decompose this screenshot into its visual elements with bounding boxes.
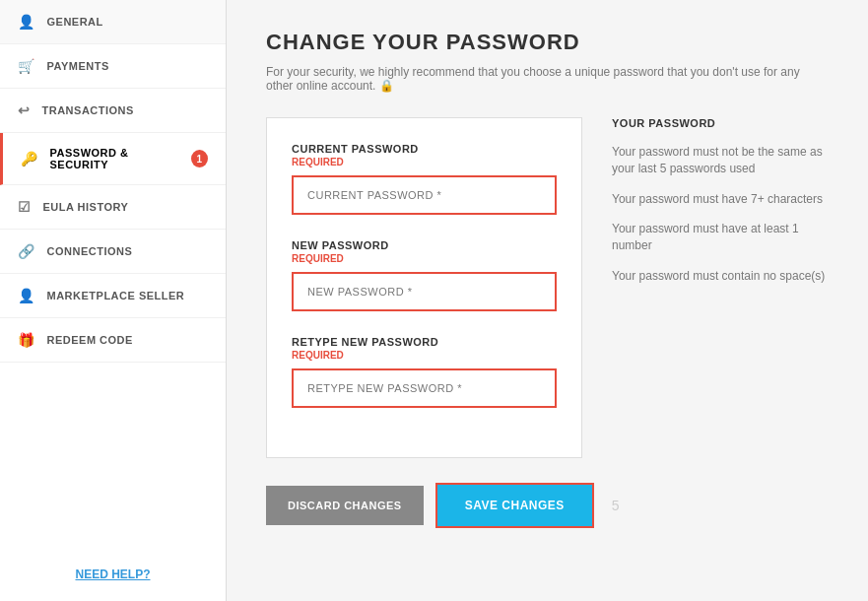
new-password-group: NEW PASSWORD REQUIRED	[292, 239, 557, 311]
sidebar-item-label: General	[47, 16, 103, 28]
retype-password-input[interactable]	[292, 368, 557, 408]
current-password-required: REQUIRED	[292, 157, 557, 167]
discard-button[interactable]: DISCARD CHANGES	[266, 486, 424, 525]
new-password-required: REQUIRED	[292, 253, 557, 264]
sidebar-item-connections[interactable]: 🔗 Connections	[0, 230, 226, 274]
payments-icon: 🛒	[18, 58, 35, 74]
sidebar-item-redeem-code[interactable]: 🎁 Redeem Code	[0, 318, 226, 363]
sidebar-item-label: Transactions	[42, 104, 134, 116]
sidebar: 👤 General 🛒 Payments ↩ Transactions 🔑 Pa…	[0, 0, 227, 601]
transactions-icon: ↩	[18, 102, 31, 118]
sidebar-badge: 1	[191, 150, 208, 167]
connections-icon: 🔗	[18, 243, 35, 259]
password-rule-1: Your password must not be the same as yo…	[612, 144, 829, 177]
need-help-link[interactable]: NEED HELP?	[0, 548, 226, 601]
sidebar-item-payments[interactable]: 🛒 Payments	[0, 44, 226, 89]
current-password-label: CURRENT PASSWORD	[292, 143, 557, 155]
sidebar-item-label: Payments	[47, 60, 109, 72]
retype-password-group: RETYPE NEW PASSWORD REQUIRED	[292, 336, 557, 408]
marketplace-icon: 👤	[18, 288, 35, 303]
form-area: CURRENT PASSWORD REQUIRED NEW PASSWORD R…	[266, 117, 829, 458]
sidebar-item-label: Redeem Code	[47, 334, 133, 346]
retype-password-required: REQUIRED	[292, 350, 557, 361]
save-button[interactable]: SAVE CHANGES	[435, 483, 594, 528]
key-icon: 🔑	[21, 151, 38, 167]
sidebar-item-label: Connections	[47, 245, 133, 257]
user-icon: 👤	[18, 14, 35, 30]
main-content: CHANGE YOUR PASSWORD For your security, …	[227, 0, 868, 601]
redeem-icon: 🎁	[18, 332, 35, 348]
new-password-input[interactable]	[292, 272, 557, 311]
sidebar-item-label: Password & Security	[50, 147, 183, 170]
sidebar-item-password-security[interactable]: 🔑 Password & Security 1	[0, 133, 226, 185]
sidebar-item-transactions[interactable]: ↩ Transactions	[0, 89, 226, 133]
current-password-group: CURRENT PASSWORD REQUIRED	[292, 143, 557, 215]
page-description: For your security, we highly recommend t…	[266, 65, 829, 93]
password-rule-3: Your password must have at least 1 numbe…	[612, 221, 829, 254]
password-rules-panel: YOUR PASSWORD Your password must not be …	[612, 117, 829, 458]
password-rules-title: YOUR PASSWORD	[612, 117, 829, 129]
sidebar-item-label: Marketplace Seller	[47, 290, 185, 301]
password-rule-4: Your password must contain no space(s)	[612, 268, 829, 285]
new-password-label: NEW PASSWORD	[292, 239, 557, 251]
sidebar-item-marketplace-seller[interactable]: 👤 Marketplace Seller	[0, 274, 226, 318]
sidebar-item-label: EULA History	[43, 201, 129, 213]
sidebar-item-general[interactable]: 👤 General	[0, 0, 226, 44]
save-number: 5	[612, 498, 620, 513]
sidebar-item-eula-history[interactable]: ☑ EULA History	[0, 185, 226, 230]
password-rule-2: Your password must have 7+ characters	[612, 191, 829, 208]
page-title: CHANGE YOUR PASSWORD	[266, 30, 829, 55]
form-panel: CURRENT PASSWORD REQUIRED NEW PASSWORD R…	[266, 117, 582, 458]
eula-icon: ☑	[18, 199, 32, 215]
retype-password-label: RETYPE NEW PASSWORD	[292, 336, 557, 348]
current-password-input[interactable]	[292, 175, 557, 215]
form-actions: DISCARD CHANGES SAVE CHANGES 5	[266, 483, 829, 528]
